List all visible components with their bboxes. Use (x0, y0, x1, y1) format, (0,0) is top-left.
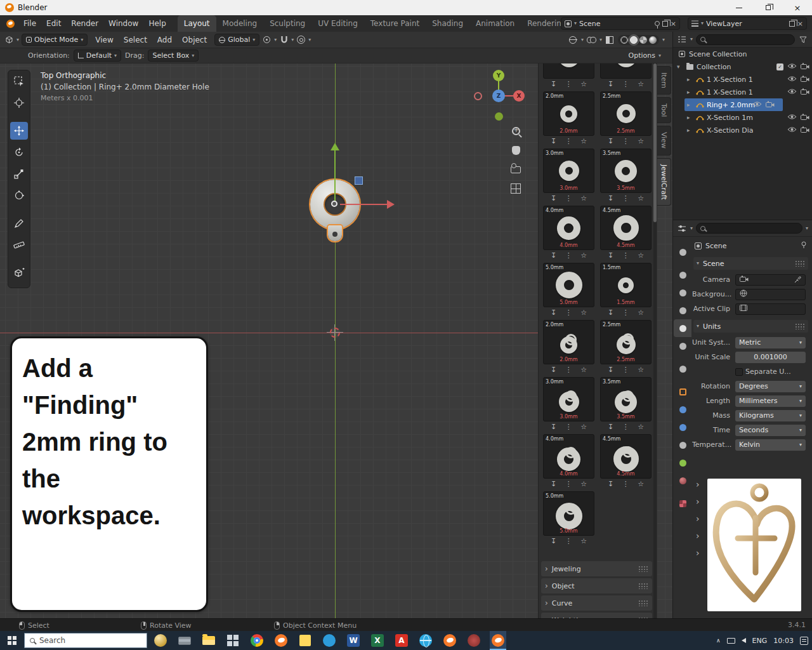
asset-2.0mm-bail[interactable]: 2.0mm2.0mm ↧ ⋮ ☆ (543, 320, 594, 377)
gizmo-y-axis-handle[interactable] (334, 150, 336, 202)
close-button[interactable]: × (783, 0, 812, 15)
scene-panel-header[interactable]: ▾ Scene (693, 257, 808, 270)
download-icon[interactable]: ↧ (551, 251, 556, 263)
favorite-star-icon[interactable]: ☆ (580, 80, 587, 91)
favorite-star-icon[interactable]: ☆ (638, 251, 644, 263)
sidebar-tab-tool[interactable]: Tool (657, 97, 671, 123)
download-icon[interactable]: ↧ (551, 308, 556, 320)
mass-field[interactable]: Kilograms ▾ (735, 410, 806, 421)
taskbar-app-red-app[interactable] (466, 631, 482, 650)
disable-render-icon[interactable] (766, 101, 775, 109)
minimize-button[interactable] (724, 0, 754, 15)
section-object[interactable]: ›Object (541, 578, 652, 594)
shading-material-icon[interactable] (639, 36, 647, 44)
asset-menu-icon[interactable]: ⋮ (622, 480, 629, 491)
outliner-search-input[interactable] (696, 34, 795, 45)
section-jeweling[interactable]: ›Jeweling (541, 561, 652, 576)
taskbar-app-excel[interactable]: X (369, 631, 386, 650)
hide-eye-icon[interactable] (787, 88, 797, 96)
collapsed-panel-chevron[interactable]: › (696, 493, 700, 510)
download-icon[interactable]: ↧ (608, 80, 613, 91)
asset-thumbnail[interactable] (543, 63, 594, 79)
navigation-gizmo[interactable]: Y Z X (469, 70, 528, 128)
asset-4.5mm-ring[interactable]: 4.5mm4.5mm ↧ ⋮ ☆ (600, 206, 652, 263)
asset-4.5mm-bail[interactable]: 4.5mm4.5mm ↧ ⋮ ☆ (600, 434, 652, 491)
workspace-tab-layout[interactable]: Layout (178, 15, 216, 32)
favorite-star-icon[interactable]: ☆ (638, 366, 644, 377)
taskbar-app-word[interactable]: W (345, 631, 362, 650)
properties-tab-physics[interactable] (674, 418, 691, 436)
shading-solid-icon[interactable] (630, 36, 638, 44)
backgrou-field[interactable] (735, 289, 806, 300)
gizmo-x-arrowhead[interactable] (387, 200, 395, 209)
outliner-item-x-section-dia[interactable]: ▸ X-Section Dia (673, 124, 812, 136)
asset-thumbnail[interactable]: 2.5mm2.5mm (600, 91, 652, 136)
properties-tab-tool[interactable] (674, 243, 691, 261)
snap-magnet-icon[interactable] (279, 35, 289, 44)
asset-thumbnail[interactable]: 4.0mm4.0mm (543, 434, 594, 479)
properties-search-input[interactable] (696, 223, 802, 234)
taskbar-app-globe[interactable] (417, 631, 434, 650)
tool-annotate-button[interactable] (10, 215, 28, 232)
new-viewlayer-icon[interactable] (789, 21, 795, 27)
favorite-star-icon[interactable]: ☆ (638, 423, 644, 434)
disclosure-icon[interactable]: ▾ (677, 63, 684, 70)
sidebar-tab-jewelcraft[interactable]: JewelCraft (657, 158, 671, 206)
viewport-menu-add[interactable]: Add (152, 32, 177, 48)
outliner-item-1-x-section-1[interactable]: ▸ 1 X-Section 1 (673, 73, 812, 86)
disable-render-icon[interactable] (801, 114, 809, 122)
asset-thumbnail[interactable]: 4.5mm4.5mm (600, 206, 652, 250)
volume-tray-icon[interactable] (742, 638, 746, 643)
taskbar-app-blender[interactable] (273, 631, 289, 650)
favorite-star-icon[interactable]: ☆ (580, 423, 587, 434)
new-scene-icon[interactable] (662, 21, 668, 27)
asset-thumbnail[interactable]: 3.0mm3.0mm (543, 377, 594, 421)
section-grip[interactable] (638, 566, 648, 572)
tool-transform-button[interactable] (10, 187, 28, 204)
menu-render[interactable]: Render (66, 15, 103, 32)
taskbar-app-app-grid[interactable] (225, 631, 241, 650)
properties-editor-icon[interactable] (677, 223, 687, 234)
asset-thumbnail[interactable]: 3.5mm3.5mm (600, 377, 652, 421)
gizmo-y-arrowhead[interactable] (331, 143, 339, 150)
properties-tab-object-data[interactable] (674, 454, 691, 472)
download-icon[interactable]: ↧ (551, 537, 556, 548)
collapsed-panel-chevron[interactable]: › (696, 544, 700, 561)
asset-menu-icon[interactable]: ⋮ (622, 251, 629, 263)
tool-select-box-button[interactable] (10, 72, 28, 90)
download-icon[interactable]: ↧ (608, 423, 613, 434)
disable-render-icon[interactable] (801, 76, 809, 84)
time-field[interactable]: Seconds ▾ (735, 425, 806, 436)
unitscale-field[interactable]: 0.001000 (735, 352, 806, 363)
section-grip[interactable] (638, 600, 648, 606)
asset-thumbnail[interactable]: 2.5mm2.5mm (600, 320, 652, 364)
tool-scale-button[interactable] (10, 165, 28, 183)
taskbar-app-sticky-notes[interactable] (297, 631, 313, 650)
properties-tab-output[interactable] (674, 284, 691, 302)
properties-tab-modifiers[interactable] (674, 401, 691, 418)
hide-eye-icon[interactable] (787, 126, 797, 135)
viewport-menu-select[interactable]: Select (119, 32, 152, 48)
download-icon[interactable]: ↧ (551, 480, 556, 491)
collection-row[interactable]: ▾ Collection ✓ (673, 60, 812, 73)
orientation-default-dropdown[interactable]: Default ▾ (74, 50, 121, 62)
workspace-tab-modeling[interactable]: Modeling (216, 15, 264, 32)
asset-partial[interactable]: ↧ ⋮ ☆ (543, 63, 594, 91)
asset-3.0mm-ring[interactable]: 3.0mm3.0mm ↧ ⋮ ☆ (543, 149, 594, 206)
shading-options-chevron[interactable]: ▾ (662, 37, 665, 43)
asset-thumbnail[interactable]: 1.5mm1.5mm (600, 263, 652, 307)
favorite-star-icon[interactable]: ☆ (638, 308, 644, 320)
activeclip-field[interactable] (735, 303, 806, 315)
language-indicator[interactable]: ENG (752, 637, 768, 645)
asset-menu-icon[interactable]: ⋮ (622, 80, 629, 91)
toggle-xray-icon[interactable] (605, 35, 615, 44)
viewlayer-selector[interactable]: ▾ ViewLayer × (688, 17, 807, 30)
sidebar-tab-view[interactable]: View (657, 126, 671, 155)
taskbar-app-keyboard[interactable] (176, 631, 193, 650)
units-panel-header[interactable]: ▾ Units (693, 320, 808, 333)
asset-thumbnail[interactable]: 5.0mm5.0mm (543, 491, 594, 536)
favorite-star-icon[interactable]: ☆ (580, 251, 587, 263)
favorite-star-icon[interactable]: ☆ (580, 194, 587, 206)
properties-tab-object[interactable] (674, 383, 691, 401)
properties-tab-view-layer[interactable] (674, 302, 691, 319)
